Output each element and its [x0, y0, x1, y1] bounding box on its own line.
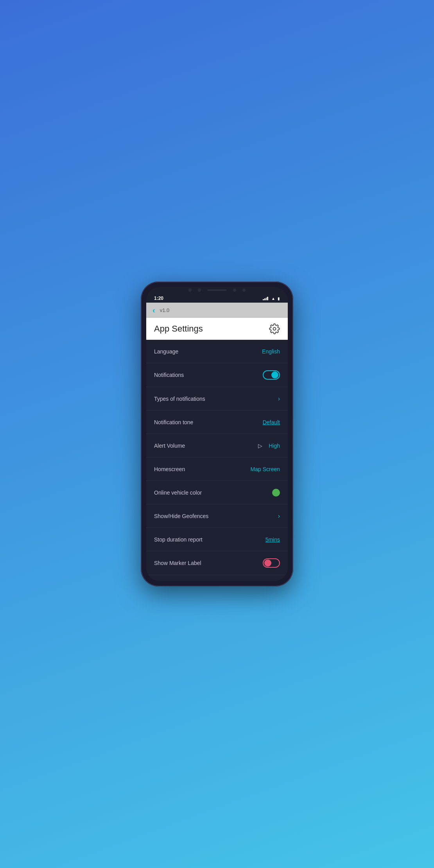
setting-value-language: English [262, 348, 280, 355]
setting-row-language[interactable]: Language English [146, 340, 288, 363]
settings-gear-icon[interactable] [269, 323, 280, 334]
toggle-notifications[interactable] [263, 370, 280, 380]
chevron-geofences-icon: › [278, 513, 280, 520]
status-time: 1:20 [154, 296, 163, 301]
setting-row-notification-tone[interactable]: Notification tone Default [146, 411, 288, 434]
speaker-slot [207, 289, 227, 291]
color-dot-green [272, 489, 280, 497]
setting-value-homescreen: Map Screen [251, 466, 280, 472]
settings-list: Language English Notifications Types of … [146, 340, 288, 581]
setting-label-language: Language [154, 348, 259, 355]
back-button[interactable]: ‹ [152, 306, 155, 315]
chevron-right-icon: › [278, 395, 280, 402]
phone-frame: 1:20 ▲ ▮ ‹ v1.0 App Settings [141, 282, 293, 586]
camera-dot-right [233, 289, 236, 292]
setting-row-online-vehicle-color[interactable]: Online vehicle color [146, 481, 288, 504]
app-header: App Settings [146, 318, 288, 340]
setting-label-online-vehicle-color: Online vehicle color [154, 490, 269, 496]
camera-dot-left [188, 289, 192, 292]
setting-label-stop-duration: Stop duration report [154, 536, 262, 543]
setting-row-alert-volume[interactable]: Alert Volume ▷ High [146, 434, 288, 457]
setting-label-marker-label: Show Marker Label [154, 560, 263, 566]
toggle-marker-label[interactable] [263, 558, 280, 568]
status-icons: ▲ ▮ [263, 296, 280, 301]
setting-row-notifications[interactable]: Notifications [146, 363, 288, 387]
camera-main [198, 289, 201, 292]
setting-label-geofences: Show/Hide Geofences [154, 513, 275, 519]
setting-value-alert-volume: High [269, 443, 280, 449]
battery-icon: ▮ [278, 296, 280, 301]
phone-screen: 1:20 ▲ ▮ ‹ v1.0 App Settings [146, 287, 288, 581]
app-version: v1.0 [160, 307, 170, 313]
setting-row-geofences[interactable]: Show/Hide Geofences › [146, 504, 288, 528]
setting-row-marker-cluster[interactable]: Show marker cluster [146, 575, 288, 581]
setting-value-notification-tone: Default [263, 419, 280, 425]
setting-row-types-notifications[interactable]: Types of notifications › [146, 387, 288, 411]
setting-label-alert-volume: Alert Volume [154, 443, 258, 449]
setting-value-stop-duration: 5mins [265, 536, 280, 543]
setting-label-types-notifications: Types of notifications [154, 396, 275, 402]
play-icon: ▷ [258, 443, 262, 449]
status-bar: 1:20 ▲ ▮ [146, 292, 288, 303]
setting-label-notifications: Notifications [154, 372, 263, 378]
camera-dot-far [242, 289, 246, 292]
top-nav-bar: ‹ v1.0 [146, 303, 288, 318]
setting-row-marker-label[interactable]: Show Marker Label [146, 551, 288, 575]
setting-row-homescreen[interactable]: Homescreen Map Screen [146, 457, 288, 481]
setting-label-homescreen: Homescreen [154, 466, 247, 472]
page-title: App Settings [154, 324, 203, 334]
wifi-icon: ▲ [271, 296, 275, 301]
svg-point-0 [273, 328, 276, 330]
setting-row-stop-duration[interactable]: Stop duration report 5mins [146, 528, 288, 551]
setting-label-notification-tone: Notification tone [154, 419, 260, 425]
signal-icon [263, 296, 268, 300]
notch-area [146, 287, 288, 292]
